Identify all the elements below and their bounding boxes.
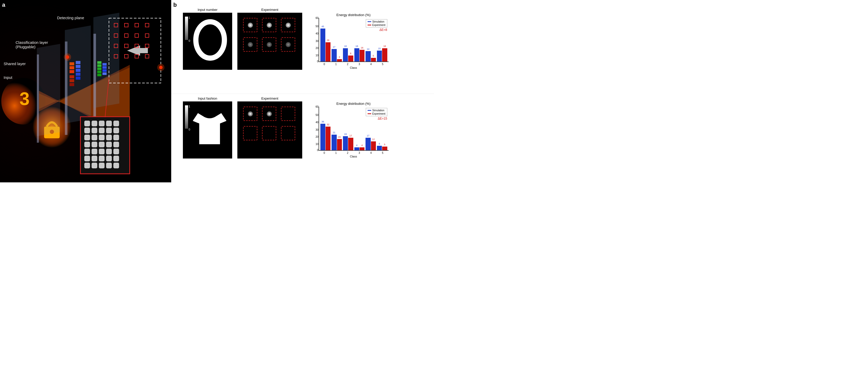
cell-input-fashion: Input fashion 1 0 bbox=[182, 96, 234, 181]
svg-point-35 bbox=[157, 64, 164, 71]
cell-input-number: Input number 1 0 bbox=[182, 8, 234, 92]
svg-rect-68 bbox=[92, 134, 97, 140]
bar-exp-5 bbox=[382, 48, 387, 61]
exp-dot-5 bbox=[262, 37, 276, 52]
svg-rect-81 bbox=[113, 149, 119, 154]
svg-rect-66 bbox=[113, 128, 119, 133]
chart-fashion-container: 60 50 40 30 20 10 0 bbox=[318, 107, 389, 151]
svg-rect-85 bbox=[106, 156, 112, 161]
bar-exp-0 bbox=[326, 42, 331, 61]
bar-f-exp-0 bbox=[326, 127, 331, 150]
bar-f-group-0: 36 32 bbox=[320, 124, 331, 150]
legend-number: Simulation Experiment bbox=[366, 19, 387, 28]
bar-group-4: 14 5 bbox=[366, 51, 376, 61]
svg-rect-79 bbox=[99, 149, 104, 154]
svg-rect-86 bbox=[113, 156, 119, 161]
svg-rect-51 bbox=[97, 74, 101, 76]
bar-f-sim-0 bbox=[320, 124, 325, 150]
svg-rect-49 bbox=[97, 61, 101, 64]
svg-rect-70 bbox=[106, 134, 112, 140]
bar-f-group-4: 17 12 bbox=[366, 138, 376, 150]
bar-f-sim-2 bbox=[343, 136, 348, 150]
bar-exp-4 bbox=[371, 58, 376, 61]
svg-rect-42 bbox=[76, 69, 81, 72]
svg-rect-82 bbox=[84, 156, 90, 161]
bar-f-exp-1 bbox=[337, 139, 342, 150]
svg-point-33 bbox=[64, 54, 71, 61]
svg-rect-87 bbox=[84, 163, 90, 169]
svg-rect-41 bbox=[69, 83, 74, 86]
bar-f-group-3: 4 4 bbox=[354, 147, 365, 150]
fashion-dot-6 bbox=[281, 126, 295, 140]
experiment-number-title: Experiment bbox=[261, 8, 278, 12]
cell-experiment-number: Experiment bbox=[236, 8, 304, 92]
svg-text:3: 3 bbox=[20, 89, 30, 109]
svg-rect-67 bbox=[84, 134, 90, 140]
bar-group-5: 15 18 bbox=[377, 48, 387, 61]
svg-rect-57 bbox=[84, 121, 90, 126]
svg-rect-65 bbox=[106, 128, 112, 133]
panel-b-content: Input number 1 0 Experiment bbox=[171, 0, 434, 182]
bar-group-1: 17 3 bbox=[332, 49, 342, 61]
svg-rect-62 bbox=[84, 128, 90, 133]
bar-f-exp-3 bbox=[360, 147, 365, 150]
colorbar-number bbox=[185, 17, 188, 40]
svg-rect-73 bbox=[92, 142, 97, 147]
svg-rect-52 bbox=[102, 66, 106, 69]
svg-rect-55 bbox=[102, 72, 106, 75]
bar-exp-3 bbox=[360, 50, 365, 61]
svg-rect-76 bbox=[113, 142, 119, 147]
svg-rect-78 bbox=[92, 149, 97, 154]
fashion-dot-3 bbox=[281, 107, 295, 121]
panel-a-scene: 3 bbox=[0, 0, 171, 182]
svg-rect-40 bbox=[69, 79, 74, 82]
bar-f-group-5: 6 5 bbox=[377, 146, 387, 150]
svg-rect-54 bbox=[102, 69, 106, 72]
y-ticks-fashion: 60 50 40 30 20 10 0 bbox=[312, 107, 319, 150]
panel-b: b Input number 1 0 bbox=[171, 0, 434, 182]
input-number-title: Input number bbox=[198, 8, 218, 12]
bar-f-exp-4 bbox=[371, 141, 376, 150]
cell-experiment-fashion: Experiment bbox=[236, 96, 304, 181]
colorbar-1-label: 1 bbox=[189, 16, 190, 19]
cell-chart-fashion: Energy distribution (%) 60 50 40 30 20 bbox=[306, 96, 392, 181]
input-fashion-title: Input fashion bbox=[198, 96, 217, 100]
svg-rect-90 bbox=[106, 163, 112, 169]
bar-f-group-2: 19 17 bbox=[343, 136, 353, 150]
svg-rect-43 bbox=[76, 65, 81, 68]
label-classification-layer: Classification layer (Pluggable) bbox=[16, 40, 48, 49]
bar-f-group-1: 21 15 bbox=[332, 134, 342, 150]
input-number-image: 1 0 bbox=[183, 13, 232, 70]
svg-rect-64 bbox=[99, 128, 104, 133]
exp-dot-6 bbox=[281, 37, 295, 52]
svg-rect-39 bbox=[69, 75, 74, 78]
fashion-dot-2 bbox=[262, 107, 276, 121]
bar-sim-1 bbox=[332, 49, 337, 61]
y-ticks-number: 60 50 40 30 20 10 0 bbox=[312, 18, 319, 61]
svg-rect-44 bbox=[76, 61, 81, 64]
bar-group-3: 18 16 bbox=[354, 48, 365, 61]
bar-sim-2 bbox=[343, 48, 348, 61]
fashion-dot-1 bbox=[243, 107, 257, 121]
svg-rect-84 bbox=[99, 156, 104, 161]
x-ticks-number: 0 1 2 3 4 5 bbox=[318, 63, 389, 66]
svg-rect-71 bbox=[113, 134, 119, 140]
bar-exp-1 bbox=[337, 59, 342, 61]
panel-b-label: b bbox=[173, 2, 177, 8]
bar-f-sim-1 bbox=[332, 134, 337, 150]
fashion-dot-5 bbox=[262, 126, 276, 140]
exp-dot-3 bbox=[281, 18, 295, 32]
bar-sim-5 bbox=[377, 51, 382, 61]
svg-rect-9 bbox=[37, 44, 60, 136]
svg-rect-48 bbox=[97, 64, 101, 67]
bar-group-0: 45 26 bbox=[320, 29, 331, 61]
panel-a-label: a bbox=[2, 2, 5, 8]
svg-rect-89 bbox=[99, 163, 104, 169]
svg-rect-45 bbox=[76, 73, 81, 76]
input-fashion-image: 1 0 bbox=[183, 101, 232, 158]
fashion-dot-4 bbox=[243, 126, 257, 140]
svg-point-93 bbox=[196, 22, 224, 58]
svg-rect-88 bbox=[92, 163, 97, 169]
svg-rect-83 bbox=[92, 156, 97, 161]
label-detecting-plane: Detecting plane bbox=[57, 16, 84, 20]
